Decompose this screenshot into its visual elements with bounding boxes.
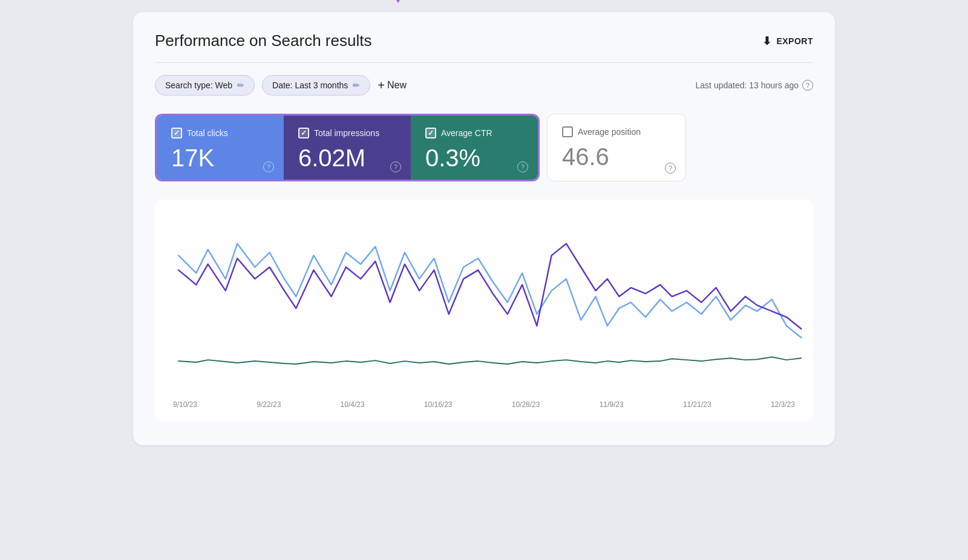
last-updated-help-icon[interactable]: ? (802, 80, 813, 91)
x-label-6: 11/21/23 (683, 400, 711, 409)
export-label: EXPORT (776, 36, 813, 46)
page-header: Performance on Search results ⬇ EXPORT (155, 31, 813, 50)
x-label-4: 10/28/23 (512, 400, 540, 409)
x-label-3: 10/16/23 (424, 400, 453, 409)
metric-card-ctr[interactable]: Average CTR 0.3% ? (411, 116, 538, 180)
impressions-label: Total impressions (314, 128, 379, 138)
metrics-highlighted-group: Total clicks 17K ? Total impressions 6.0… (155, 114, 540, 181)
clicks-label-row: Total clicks (171, 128, 269, 138)
export-icon: ⬇ (762, 34, 772, 48)
page-title: Performance on Search results (155, 31, 371, 50)
ctr-help-icon[interactable]: ? (517, 161, 528, 172)
metric-card-impressions[interactable]: Total impressions 6.02M ? (284, 116, 411, 180)
clicks-help: ? (263, 161, 274, 172)
clicks-help-icon[interactable]: ? (263, 161, 274, 172)
search-type-edit-icon: ✏ (237, 80, 244, 90)
x-label-5: 11/9/23 (600, 400, 624, 409)
position-help: ? (665, 162, 676, 174)
x-axis-labels: 9/10/23 9/22/23 10/4/23 10/16/23 10/28/2… (161, 396, 807, 409)
date-edit-icon: ✏ (353, 80, 360, 90)
header-divider (155, 62, 813, 63)
new-label: New (387, 80, 407, 91)
ctr-checkbox[interactable] (425, 128, 436, 138)
impressions-checkbox[interactable] (298, 128, 309, 138)
position-label: Average position (578, 127, 641, 137)
last-updated-text: Last updated: 13 hours ago (696, 80, 799, 90)
metric-card-position[interactable]: Average position 46.6 ? (547, 114, 686, 181)
main-card: Performance on Search results ⬇ EXPORT S… (133, 12, 835, 445)
clicks-checkbox[interactable] (171, 128, 182, 138)
last-updated: Last updated: 13 hours ago ? (696, 80, 813, 91)
x-label-0: 9/10/23 (173, 400, 197, 409)
date-filter[interactable]: Date: Last 3 months ✏ (262, 75, 370, 96)
chart-area: 9/10/23 9/22/23 10/4/23 10/16/23 10/28/2… (155, 200, 813, 421)
ctr-label: Average CTR (441, 128, 492, 138)
date-label: Date: Last 3 months (272, 80, 348, 90)
metric-card-clicks[interactable]: Total clicks 17K ? (157, 116, 284, 180)
impressions-help-icon[interactable]: ? (390, 161, 401, 172)
ctr-value: 0.3% (425, 146, 523, 170)
impressions-help: ? (390, 161, 401, 172)
x-label-7: 12/3/23 (771, 400, 795, 409)
arrow-annotation (374, 0, 422, 3)
x-label-1: 9/22/23 (257, 400, 281, 409)
svg-marker-0 (393, 0, 403, 3)
new-button[interactable]: + New (378, 79, 407, 93)
position-value: 46.6 (562, 145, 671, 169)
ctr-label-row: Average CTR (425, 128, 523, 138)
performance-chart (161, 212, 807, 393)
ctr-help: ? (517, 161, 528, 172)
position-help-icon[interactable]: ? (665, 163, 676, 174)
search-type-filter[interactable]: Search type: Web ✏ (155, 75, 255, 96)
clicks-value: 17K (171, 146, 269, 170)
impressions-value: 6.02M (298, 146, 396, 170)
position-label-row: Average position (562, 126, 671, 137)
search-type-label: Search type: Web (165, 80, 232, 90)
x-label-2: 10/4/23 (341, 400, 365, 409)
plus-icon: + (378, 79, 385, 93)
position-checkbox[interactable] (562, 126, 573, 137)
impressions-label-row: Total impressions (298, 128, 396, 138)
clicks-label: Total clicks (187, 128, 228, 138)
filter-bar: Search type: Web ✏ Date: Last 3 months ✏… (155, 75, 813, 96)
export-button[interactable]: ⬇ EXPORT (762, 34, 813, 48)
metrics-section: Total clicks 17K ? Total impressions 6.0… (155, 114, 813, 181)
